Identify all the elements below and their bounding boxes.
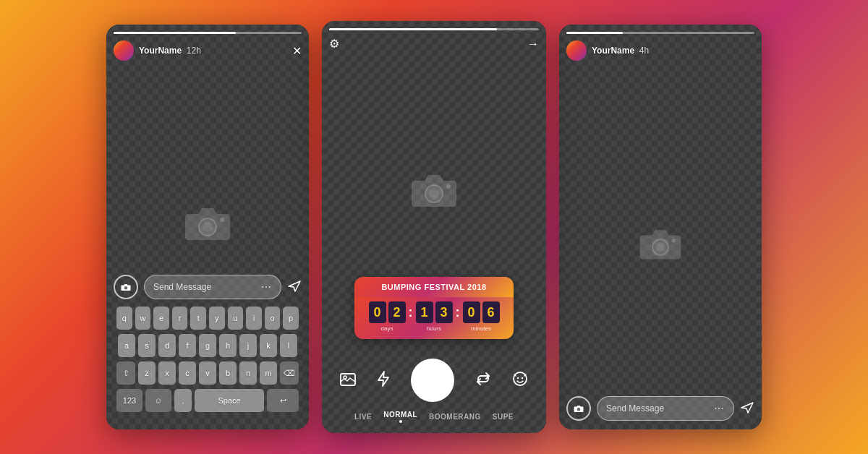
hours-digits: 1 3 [416,301,453,323]
countdown-title: BUMPING FESTIVAL 2018 [363,283,505,291]
camera-bar-center: LIVE NORMAL BOOMERANG SUPE [322,353,546,433]
phone-right: YourName 4h [559,25,762,429]
key-comma[interactable]: , [174,389,192,412]
message-placeholder-right: Send Message [606,403,664,414]
key-d[interactable]: d [158,334,176,357]
mode-normal[interactable]: NORMAL [383,411,417,419]
camera-icon-center [409,168,459,211]
colon-2: : [456,305,460,329]
countdown-minutes: 0 6 minutes [463,301,500,332]
story-user-left: YourName 12h [114,40,201,61]
key-o[interactable]: o [265,307,281,330]
key-p[interactable]: p [283,307,299,330]
days-digits: 0 2 [369,301,406,323]
keyboard-row-3: ⇧ z x c v b n m ⌫ [116,361,299,385]
key-g[interactable]: g [199,334,216,357]
camera-small-icon [121,283,131,291]
avatar-left [114,40,134,61]
camera-placeholder-right [637,223,684,263]
hours-d1: 1 [416,301,433,323]
key-emoji[interactable]: ☺ [145,389,171,412]
story-progress-left [114,32,302,34]
send-btn-left[interactable] [287,280,302,295]
key-z[interactable]: z [138,361,156,385]
key-t[interactable]: t [190,307,206,330]
key-n[interactable]: n [239,361,257,385]
key-y[interactable]: y [209,307,225,330]
story-progress-center [329,28,539,30]
message-input-left[interactable]: Send Message ⋯ [144,275,281,299]
mode-normal-container: NORMAL [383,411,417,423]
key-h[interactable]: h [219,334,237,357]
keyboard-left: q w e r t y u i o p a s d [114,307,302,422]
flash-icon[interactable] [377,371,390,390]
key-space[interactable]: Space [195,389,264,412]
key-v[interactable]: v [199,361,216,385]
svg-point-13 [656,243,665,252]
camera-icon-right [637,223,684,263]
key-c[interactable]: c [179,361,196,385]
key-r[interactable]: r [172,307,188,330]
svg-point-6 [446,184,451,189]
face-filter-icon[interactable] [512,371,528,390]
hours-d2: 3 [435,301,453,323]
forward-icon[interactable]: → [527,38,539,51]
msg-camera-btn-left[interactable] [114,275,138,299]
days-label: days [381,325,393,332]
key-j[interactable]: j [239,334,257,357]
shutter-button[interactable] [411,359,454,402]
key-i[interactable]: i [246,307,262,330]
phone-right-screen: YourName 4h [559,25,762,429]
key-shift[interactable]: ⇧ [116,361,135,385]
key-f[interactable]: f [179,334,196,357]
phone-center: ⚙ → BUMPING FESTIVAL 2018 [322,21,546,433]
message-row-right: Send Message ⋯ [566,396,754,421]
message-more-left[interactable]: ⋯ [261,281,272,293]
svg-point-2 [220,218,224,222]
svg-point-15 [577,408,580,411]
send-btn-right[interactable] [740,401,754,416]
key-x[interactable]: x [158,361,176,385]
phone-left-screen: YourName 12h ✕ [106,25,309,429]
key-s[interactable]: s [138,334,156,357]
svg-point-9 [514,372,527,385]
key-123[interactable]: 123 [116,389,142,412]
camera-controls [329,359,539,402]
story-progress-right [566,32,754,34]
key-delete[interactable]: ⌫ [280,361,299,385]
gallery-icon[interactable] [340,372,356,390]
key-q[interactable]: q [116,307,132,330]
key-e[interactable]: e [153,307,169,330]
story-header-right: YourName 4h [566,40,754,61]
key-l[interactable]: l [280,334,297,357]
key-a[interactable]: a [118,334,135,357]
key-b[interactable]: b [219,361,237,385]
key-return[interactable]: ↩ [267,389,299,412]
msg-camera-btn-right[interactable] [566,396,591,421]
mode-superzoom[interactable]: SUPE [493,413,514,421]
key-m[interactable]: m [260,361,277,385]
keyboard-row-1: q w e r t y u i o p [116,307,299,330]
settings-icon[interactable]: ⚙ [329,37,339,51]
camera-placeholder-left [182,201,233,244]
center-top-bar: ⚙ → [329,37,539,51]
camera-icon-left [182,201,233,244]
countdown-sticker[interactable]: BUMPING FESTIVAL 2018 0 2 days : [354,277,514,339]
hours-label: hours [427,325,441,332]
key-w[interactable]: w [135,307,151,330]
progress-fill-right [566,32,623,34]
mode-live[interactable]: LIVE [354,413,372,421]
svg-point-5 [429,189,439,199]
message-input-right[interactable]: Send Message ⋯ [597,396,734,421]
minutes-digits: 0 6 [463,301,500,323]
countdown-header: BUMPING FESTIVAL 2018 [354,277,514,297]
key-u[interactable]: u [228,307,244,330]
key-k[interactable]: k [260,334,277,357]
days-d1: 0 [369,301,386,323]
send-icon-right [740,401,754,414]
countdown-numbers: 0 2 days : 1 3 hours : [354,297,514,339]
message-more-right[interactable]: ⋯ [714,403,725,414]
flip-camera-icon[interactable] [475,372,491,390]
mode-boomerang[interactable]: BOOMERANG [429,413,481,421]
close-icon-left[interactable]: ✕ [292,44,302,58]
